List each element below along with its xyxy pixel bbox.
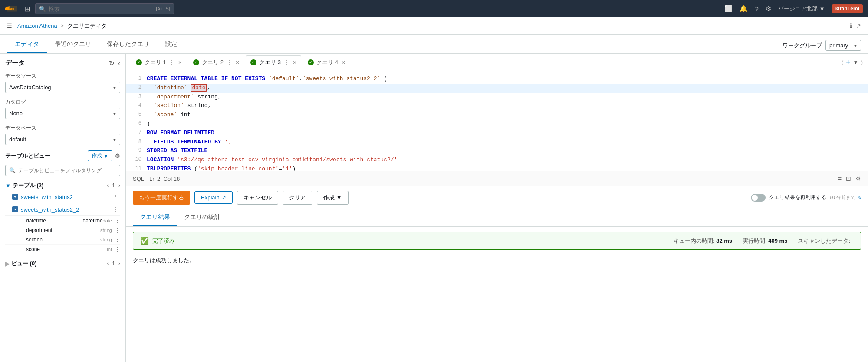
query-tab-1[interactable]: ✓ クエリ 1 ⋮ × bbox=[131, 55, 187, 69]
cancel-button[interactable]: キャンセル bbox=[237, 191, 278, 205]
query3-menu-icon[interactable]: ⋮ bbox=[283, 59, 289, 66]
grid-icon[interactable]: ⊞ bbox=[24, 5, 30, 13]
query1-menu-icon[interactable]: ⋮ bbox=[169, 59, 175, 66]
top-nav: aws ⊞ 🔍 [Alt+S] ⬜ 🔔 ? ⚙ バージニア北部 ▼ kitani… bbox=[0, 0, 868, 17]
query2-menu-icon[interactable]: ⋮ bbox=[226, 59, 232, 66]
table-filter[interactable]: 🔍 bbox=[5, 165, 120, 176]
search-bar[interactable]: 🔍 [Alt+S] bbox=[35, 3, 174, 14]
bell-icon[interactable]: 🔔 bbox=[740, 5, 748, 13]
status-banner: ✅ 完了済み キュー内の時間: 82 ms 実行時間: 409 ms スキャンし… bbox=[133, 232, 861, 250]
database-select[interactable]: default bbox=[5, 134, 120, 145]
explain-button[interactable]: Explain ↗ bbox=[194, 191, 233, 204]
sidebar-icons: ↻ ‹ bbox=[109, 59, 120, 67]
results-tabs: クエリ結果 クエリの統計 bbox=[126, 209, 868, 227]
editor-settings-icon[interactable]: ⚙ bbox=[855, 175, 861, 182]
query2-status-icon: ✓ bbox=[193, 59, 199, 65]
reuse-edit-icon[interactable]: ✎ bbox=[857, 195, 861, 200]
tab-saved[interactable]: 保存したクエリ bbox=[99, 36, 157, 53]
user-badge[interactable]: kitani.emi bbox=[832, 4, 863, 13]
query-tab-2[interactable]: ✓ クエリ 2 ⋮ × bbox=[188, 55, 244, 69]
sidebar-title: データ bbox=[5, 59, 25, 67]
external-link-icon[interactable]: ↗ bbox=[856, 23, 861, 29]
breadcrumb-home[interactable]: Amazon Athena bbox=[17, 23, 57, 29]
query1-close-icon[interactable]: × bbox=[178, 59, 182, 66]
query4-label: クエリ 4 bbox=[316, 59, 338, 66]
search-input[interactable] bbox=[49, 6, 135, 12]
query4-close-icon[interactable]: × bbox=[342, 59, 345, 66]
tables-tree-section: ▼ テーブル (2) ‹ 1 › + sweets_with_status2 ⋮… bbox=[5, 180, 120, 254]
cloud-icon[interactable]: ⬜ bbox=[724, 5, 733, 13]
col-menu-1[interactable]: ⋮ bbox=[115, 217, 120, 224]
workgroup-label: ワークグループ bbox=[783, 42, 822, 49]
table-item-2[interactable]: - sweets_with_status2_2 ⋮ bbox=[5, 203, 120, 216]
query-tab-4[interactable]: ✓ クエリ 4 × bbox=[303, 55, 350, 69]
results-tab-stats[interactable]: クエリの統計 bbox=[177, 209, 227, 226]
filter-search-icon: 🔍 bbox=[9, 167, 16, 173]
col-menu-2[interactable]: ⋮ bbox=[115, 227, 120, 233]
info-icon[interactable]: ℹ bbox=[850, 23, 852, 29]
query3-close-icon[interactable]: × bbox=[293, 59, 296, 66]
table-filter-input[interactable] bbox=[18, 167, 116, 173]
sidebar: データ ↻ ‹ データソース AwsDataCatalog カタログ None bbox=[0, 54, 126, 362]
next-page-icon[interactable]: › bbox=[118, 183, 120, 189]
prev-page-icon[interactable]: ‹ bbox=[107, 183, 108, 189]
tables-gear-icon[interactable]: ⚙ bbox=[115, 153, 120, 159]
tabs-chevron-icon[interactable]: ▼ bbox=[853, 59, 858, 65]
table-menu-2[interactable]: ⋮ bbox=[111, 205, 120, 214]
code-line-9: 9 STORED AS TEXTFILE bbox=[126, 147, 868, 156]
datasource-group: データソース AwsDataCatalog bbox=[5, 72, 120, 93]
catalog-group: カタログ None bbox=[5, 98, 120, 119]
code-editor[interactable]: 1 CREATE EXTERNAL TABLE IF NOT EXISTS `d… bbox=[126, 71, 868, 171]
views-tree-header[interactable]: ▶ ビュー (0) ‹ 1 › bbox=[5, 258, 120, 269]
format-icon[interactable]: ≡ bbox=[838, 175, 842, 182]
table-menu-1[interactable]: ⋮ bbox=[111, 192, 120, 201]
collapse-icon[interactable]: ‹ bbox=[118, 59, 120, 67]
create-table-button[interactable]: 作成 ▼ bbox=[88, 150, 112, 161]
catalog-select[interactable]: None bbox=[5, 108, 120, 119]
tab-recent[interactable]: 最近のクエリ bbox=[47, 36, 99, 53]
query3-label: クエリ 3 bbox=[259, 59, 281, 66]
table-item-1[interactable]: + sweets_with_status2 ⋮ bbox=[5, 191, 120, 203]
reuse-time-value: 60 分前まで bbox=[830, 194, 855, 201]
search-icon: 🔍 bbox=[39, 6, 46, 12]
settings-icon[interactable]: ⚙ bbox=[766, 5, 771, 13]
col-menu-4[interactable]: ⋮ bbox=[115, 246, 120, 252]
cursor-position: Ln 2, Col 18 bbox=[149, 176, 180, 182]
query3-status-icon: ✓ bbox=[250, 59, 256, 65]
clear-button[interactable]: クリア bbox=[283, 191, 312, 205]
tab-editor[interactable]: エディタ bbox=[7, 36, 47, 53]
col-name-1: datetime bbox=[19, 218, 83, 224]
views-next-icon[interactable]: › bbox=[118, 261, 120, 267]
code-line-3: 3 `department` string, bbox=[126, 93, 868, 102]
refresh-icon[interactable]: ↻ bbox=[109, 59, 115, 67]
reuse-toggle[interactable] bbox=[751, 194, 766, 202]
workgroup-select[interactable]: primary bbox=[825, 40, 861, 51]
datasource-select[interactable]: AwsDataCatalog bbox=[5, 82, 120, 93]
run-button[interactable]: もう一度実行する bbox=[133, 191, 190, 205]
sql-label: SQL bbox=[133, 176, 144, 182]
create-chevron-icon: ▼ bbox=[336, 194, 342, 201]
add-tab-button[interactable]: + bbox=[846, 59, 851, 66]
content-area: ✓ クエリ 1 ⋮ × ✓ クエリ 2 ⋮ × ✓ クエリ 3 ⋮ × ✓ クエ… bbox=[126, 54, 868, 362]
tab-settings[interactable]: 設定 bbox=[157, 36, 185, 53]
scan-data: スキャンしたデータ: - bbox=[798, 237, 854, 245]
check-circle-icon: ✅ bbox=[140, 237, 149, 245]
results-tab-results[interactable]: クエリ結果 bbox=[133, 209, 177, 226]
fullscreen-icon[interactable]: ⊡ bbox=[846, 175, 851, 182]
views-page: 1 bbox=[112, 261, 115, 267]
help-icon[interactable]: ? bbox=[755, 5, 758, 13]
editor-area[interactable]: 1 CREATE EXTERNAL TABLE IF NOT EXISTS `d… bbox=[126, 71, 868, 171]
hamburger-icon[interactable]: ☰ bbox=[7, 23, 12, 29]
col-type-3: string bbox=[100, 237, 112, 242]
code-line-5: 5 `scone` int bbox=[126, 111, 868, 120]
views-prev-icon[interactable]: ‹ bbox=[107, 261, 108, 267]
query-tab-3[interactable]: ✓ クエリ 3 ⋮ × bbox=[246, 55, 301, 69]
create-button[interactable]: 作成 ▼ bbox=[317, 191, 349, 205]
tables-tree-header[interactable]: ▼ テーブル (2) ‹ 1 › bbox=[5, 180, 120, 191]
views-tree-label: ▶ ビュー (0) bbox=[5, 260, 37, 267]
col-menu-3[interactable]: ⋮ bbox=[115, 236, 120, 243]
catalog-label: カタログ bbox=[5, 98, 120, 106]
region-selector[interactable]: バージニア北部 ▼ bbox=[778, 5, 825, 13]
results-area: クエリ結果 クエリの統計 ✅ 完了済み キュー内の時間: 82 ms 実行時間:… bbox=[126, 209, 868, 362]
query2-close-icon[interactable]: × bbox=[236, 59, 239, 66]
